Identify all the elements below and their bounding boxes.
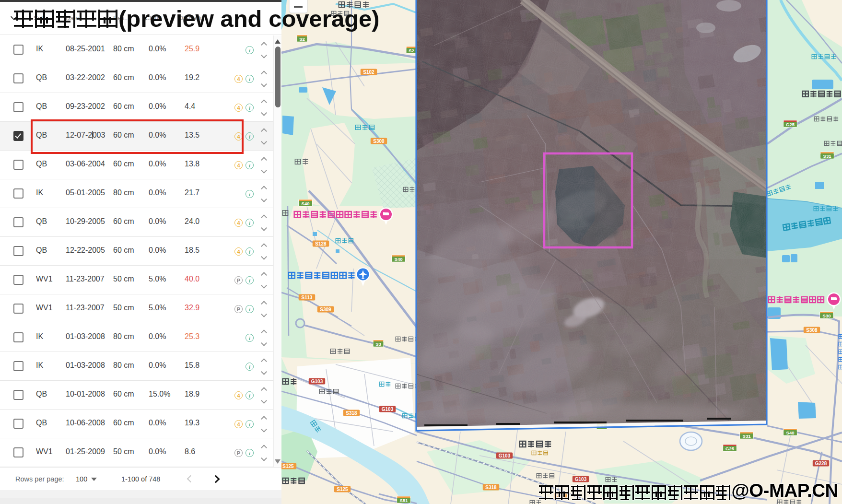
svg-text:S318: S318 [485,485,497,490]
svg-text:G25: G25 [725,446,735,451]
svg-text:S40: S40 [395,257,403,262]
svg-text:G103: G103 [499,453,511,458]
svg-text:S125: S125 [282,464,294,469]
svg-text:S102: S102 [363,70,374,75]
svg-text:S308: S308 [806,328,818,333]
svg-text:G103: G103 [382,407,394,412]
svg-text:S40: S40 [302,201,310,206]
svg-text:S128: S128 [315,241,327,246]
svg-text:G25: G25 [786,122,795,127]
svg-text:S31: S31 [823,153,832,159]
svg-text:S2: S2 [409,48,414,53]
svg-text:S300: S300 [373,139,385,144]
svg-text:G228: G228 [815,461,827,466]
svg-text:S309: S309 [320,307,331,312]
svg-text:S31: S31 [743,434,751,439]
svg-text:S2: S2 [299,36,305,42]
svg-text:S318: S318 [346,410,357,416]
svg-text:S30: S30 [823,313,831,318]
svg-text:G103: G103 [575,477,587,482]
svg-text:S51: S51 [400,498,409,503]
svg-text:S113: S113 [302,295,313,300]
svg-text:S40: S40 [786,430,795,435]
svg-text:S3: S3 [375,341,381,347]
svg-text:G103: G103 [311,379,323,384]
svg-text:S125: S125 [337,487,348,492]
